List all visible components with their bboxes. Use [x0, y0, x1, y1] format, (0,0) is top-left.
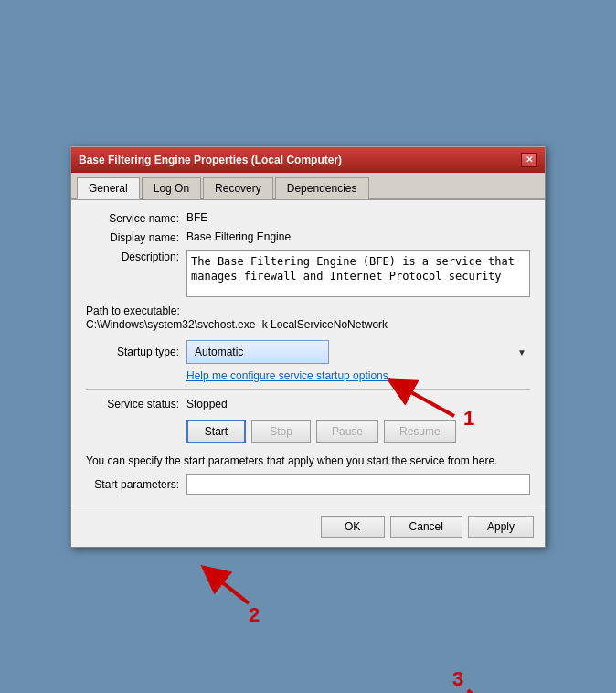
- service-status-row: Service status: Stopped: [86, 398, 530, 410]
- help-link[interactable]: Help me configure service startup option…: [186, 369, 530, 382]
- path-section: Path to executable: C:\Windows\system32\…: [86, 304, 530, 331]
- display-name-label: Display name:: [86, 230, 186, 244]
- startup-type-row: Startup type: Automatic Automatic (Delay…: [86, 340, 530, 364]
- description-textarea[interactable]: [186, 250, 530, 297]
- tab-bar: General Log On Recovery Dependencies: [71, 173, 545, 200]
- note-text: You can specify the start parameters tha…: [86, 453, 530, 469]
- tab-dependencies[interactable]: Dependencies: [275, 177, 369, 199]
- service-buttons-row: Start Stop Pause Resume: [186, 420, 530, 443]
- resume-button[interactable]: Resume: [384, 420, 456, 443]
- stop-button[interactable]: Stop: [251, 420, 311, 443]
- startup-select-wrapper: Automatic Automatic (Delayed Start) Manu…: [186, 340, 530, 364]
- service-name-value: BFE: [186, 211, 530, 224]
- pause-button[interactable]: Pause: [316, 420, 378, 443]
- path-value: C:\Windows\system32\svchost.exe -k Local…: [86, 318, 530, 331]
- start-params-row: Start parameters:: [86, 474, 530, 495]
- service-name-label: Service name:: [86, 211, 186, 225]
- svg-line-5: [468, 690, 509, 694]
- title-bar-controls: ✕: [521, 153, 537, 167]
- select-arrow-icon: ▼: [517, 346, 526, 357]
- apply-button[interactable]: Apply: [468, 516, 534, 538]
- divider: [86, 389, 530, 390]
- tab-general[interactable]: General: [77, 177, 140, 199]
- description-label: Description:: [86, 250, 186, 263]
- description-row: Description:: [86, 250, 530, 297]
- start-params-label: Start parameters:: [86, 478, 186, 491]
- window-title: Base Filtering Engine Properties (Local …: [79, 154, 342, 166]
- service-name-row: Service name: BFE: [86, 211, 530, 225]
- start-params-input[interactable]: [186, 474, 530, 495]
- display-name-value: Base Filtering Engine: [186, 230, 530, 243]
- tab-logon[interactable]: Log On: [142, 177, 201, 199]
- service-status-value: Stopped: [186, 398, 228, 410]
- start-button[interactable]: Start: [186, 420, 246, 443]
- startup-type-select[interactable]: Automatic Automatic (Delayed Start) Manu…: [186, 340, 329, 364]
- display-name-row: Display name: Base Filtering Engine: [86, 230, 530, 244]
- svg-text:2: 2: [249, 603, 260, 626]
- tab-recovery[interactable]: Recovery: [203, 177, 273, 199]
- svg-line-3: [212, 574, 249, 603]
- startup-type-label: Startup type:: [86, 346, 186, 358]
- bottom-bar: OK Cancel Apply: [71, 506, 545, 547]
- cancel-button[interactable]: Cancel: [390, 516, 462, 538]
- svg-text:3: 3: [452, 667, 463, 690]
- close-button[interactable]: ✕: [521, 153, 537, 167]
- ok-button[interactable]: OK: [321, 516, 385, 538]
- title-bar: Base Filtering Engine Properties (Local …: [71, 147, 545, 173]
- service-status-label: Service status:: [86, 398, 186, 410]
- properties-dialog: Base Filtering Engine Properties (Local …: [70, 146, 546, 548]
- tab-content: Service name: BFE Display name: Base Fil…: [71, 200, 545, 506]
- path-label: Path to executable:: [86, 304, 530, 317]
